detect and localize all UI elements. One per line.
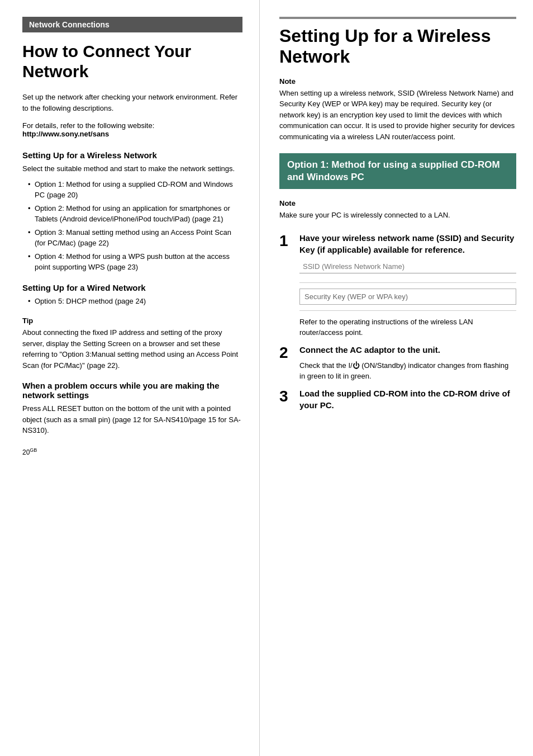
security-key-field: Security Key (WEP or WPA key) [299,289,516,305]
list-item: Option 3: Manual setting method using an… [28,227,242,249]
page: Network Connections How to Connect Your … [0,0,533,756]
left-column: Network Connections How to Connect Your … [0,0,260,756]
wireless-desc: Select the suitable method and start to … [22,163,242,174]
step-1-number: 1 [279,233,299,249]
note-label: Note [279,77,516,86]
list-item: Option 4: Method for using a WPS push bu… [28,251,242,273]
note-text: When setting up a wireless network, SSID… [279,88,516,143]
tip-section: Tip About connecting the fixed IP addres… [22,316,242,371]
list-item: Option 2: Method for using an applicatio… [28,203,242,225]
step-1-title: Have your wireless network name (SSID) a… [299,232,516,256]
option-note-label: Note [279,199,516,207]
section-header: Network Connections [22,17,242,32]
intro-text: Set up the network after checking your n… [22,92,242,114]
wired-title: Setting Up for a Wired Network [22,283,242,292]
ssid-input[interactable] [299,260,516,273]
wireless-bullet-list: Option 1: Method for using a supplied CD… [22,179,242,273]
wired-section: Setting Up for a Wired Network Option 5:… [22,283,242,307]
problem-section: When a problem occurs while you are maki… [22,381,242,436]
list-item: Option 1: Method for using a supplied CD… [28,179,242,201]
divider [299,310,516,311]
wireless-section: Setting Up for a Wireless Network Select… [22,150,242,273]
divider [299,282,516,283]
section-header-text: Network Connections [29,20,110,29]
step-2-title: Connect the AC adaptor to the unit. [299,344,516,356]
step-2-desc: Check that the I/⏻ (ON/Standby) indicato… [299,360,516,382]
problem-title: When a problem occurs while you are maki… [22,381,242,400]
step-1-desc: Refer to the operating instructions of t… [299,316,516,338]
step-2: 2 Connect the AC adaptor to the unit. Ch… [279,344,516,382]
step-3-title: Load the supplied CD-ROM into the CD-ROM… [299,388,516,411]
step-2-number: 2 [279,345,299,361]
step-2-content: Connect the AC adaptor to the unit. Chec… [299,344,516,382]
option-note-text: Make sure your PC is wirelessly connecte… [279,210,516,221]
tip-text: About connecting the fixed IP address an… [22,327,242,371]
problem-text: Press ALL RESET button on the bottom of … [22,403,242,436]
list-item: Option 5: DHCP method (page 24) [28,296,242,307]
option-box: Option 1: Method for using a supplied CD… [279,153,516,189]
right-main-title: Setting Up for a Wireless Network [279,17,516,67]
tip-label: Tip [22,316,242,325]
right-column: Setting Up for a Wireless Network Note W… [260,0,533,756]
step-3-content: Load the supplied CD-ROM into the CD-ROM… [299,388,516,415]
wireless-title: Setting Up for a Wireless Network [22,150,242,160]
main-title: How to Connect Your Network [22,41,242,82]
step-1: 1 Have your wireless network name (SSID)… [279,232,516,338]
option-box-title: Option 1: Method for using a supplied CD… [287,159,508,183]
step-3-number: 3 [279,389,299,404]
website-line: For details, refer to the following webs… [22,121,242,138]
step-3: 3 Load the supplied CD-ROM into the CD-R… [279,388,516,415]
wired-bullet-list: Option 5: DHCP method (page 24) [22,296,242,307]
website-url: http://www.sony.net/sans [22,130,109,138]
step-1-content: Have your wireless network name (SSID) a… [299,232,516,338]
page-number: 20GB [22,447,242,456]
